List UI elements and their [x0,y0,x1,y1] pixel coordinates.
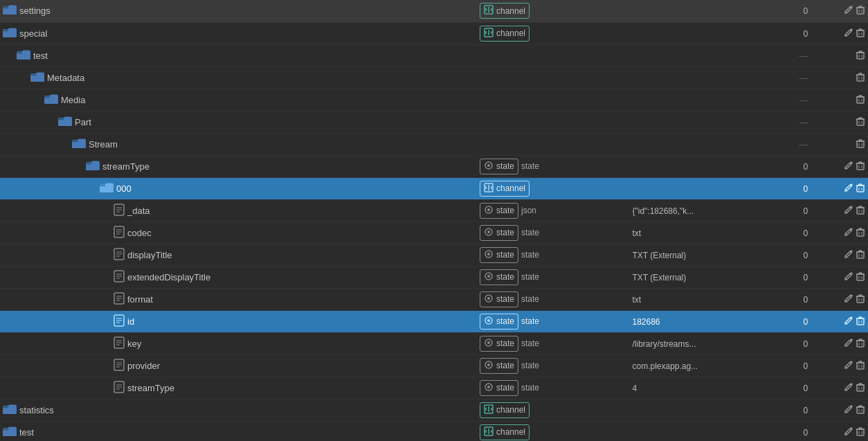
delete-button[interactable] [856,404,865,416]
actions-cell [811,0,868,22]
table-row-provider[interactable]: provider state state com.plexapp.ag... 0 [0,354,868,377]
delete-button[interactable] [856,183,865,195]
actions-cell [811,288,868,310]
item-name: id [127,316,134,327]
edit-button[interactable] [844,249,853,261]
edit-button[interactable] [844,316,853,327]
item-name: streamType [127,383,174,393]
table-row-format[interactable]: format state state txt 0 [0,288,868,310]
edit-button[interactable] [844,227,853,239]
edit-button[interactable] [844,294,853,305]
item-name: Metadata [47,73,84,83]
folder-icon [3,426,17,439]
delete-button[interactable] [856,249,865,261]
table-row-test[interactable]: test --- [0,44,868,66]
count-cell: --- [763,66,811,89]
table-row-extendedDisplayTitle[interactable]: extendedDisplayTitle state state TXT (Ex… [0,266,868,288]
count-cell: 0 [763,266,811,288]
count-value: 0 [804,273,808,282]
edit-button[interactable] [844,338,853,350]
table-row-special[interactable]: special channel 0 [0,22,868,44]
type-label: state [521,294,539,303]
edit-button[interactable] [844,426,853,438]
badge-label: state [496,383,514,393]
name-cell: extendedDisplayTitle [0,266,477,288]
table-row-part[interactable]: Part --- [0,111,868,133]
table-row-media[interactable]: Media --- [0,89,868,111]
svg-point-222 [487,386,490,388]
table-row-key[interactable]: key state state /library/streams... 0 [0,332,868,354]
state-icon [484,294,494,305]
edit-button[interactable] [844,271,853,283]
delete-button[interactable] [856,161,865,172]
delete-button[interactable] [856,94,865,106]
count-cell: --- [763,111,811,133]
svg-rect-171 [857,296,864,303]
table-row-settings[interactable]: settings channel 0 [0,0,868,22]
type-cell: state json [477,199,629,222]
edit-button[interactable] [844,183,853,195]
table-row-_data[interactable]: _data state json {"id":182686,"k... 0 [0,199,868,222]
delete-button[interactable] [856,50,865,62]
svg-rect-33 [17,51,22,53]
delete-button[interactable] [856,116,865,128]
edit-button[interactable] [844,28,853,39]
table-row-displayTitle[interactable]: displayTitle state state TXT (External) … [0,244,868,266]
delete-button[interactable] [856,72,865,84]
count-dashes: --- [799,73,808,83]
actions-cell [811,66,868,89]
delete-button[interactable] [856,316,865,327]
table-row-000[interactable]: 000 channel 0 [0,177,868,199]
delete-button[interactable] [856,271,865,283]
table-row-streamType[interactable]: streamType state state 0 [0,155,868,177]
folder-icon [44,93,58,107]
svg-rect-76 [72,141,86,148]
edit-button[interactable] [844,5,853,17]
actions-cell [811,310,868,332]
badge-label: channel [496,427,525,437]
delete-button[interactable] [856,227,865,239]
delete-button[interactable] [856,426,865,438]
name-cell: streamType [0,377,477,399]
channel-badge: channel [480,402,530,418]
table-row-stream[interactable]: Stream --- [0,133,868,155]
delete-button[interactable] [856,382,865,394]
edit-button[interactable] [844,205,853,217]
table-row-test2[interactable]: test channel 0 [0,421,868,441]
svg-rect-247 [3,429,17,436]
badge-label: state [496,361,514,370]
type-cell: channel [477,177,629,199]
edit-button[interactable] [844,404,853,416]
edit-button[interactable] [844,382,853,394]
state-badge: state [480,380,518,396]
table-row-streamType2[interactable]: streamType state state 4 0 [0,377,868,399]
delete-button[interactable] [856,205,865,217]
edit-button[interactable] [844,161,853,172]
name-cell: test [0,44,477,66]
delete-button[interactable] [856,360,865,372]
table-row-metadata[interactable]: Metadata --- [0,66,868,89]
name-cell: test [0,421,477,441]
badge-label: state [496,272,514,282]
badge-label: state [496,228,514,237]
table-row-id[interactable]: id state state 182686 0 [0,310,868,332]
svg-rect-100 [100,186,114,192]
value-cell [629,155,763,177]
table-row-statistics[interactable]: statistics channel 0 [0,399,868,421]
type-cell: state state [477,266,629,288]
count-dashes: --- [799,51,808,61]
name-cell: streamType [0,155,477,177]
delete-button[interactable] [856,294,865,305]
svg-rect-253 [857,429,864,435]
delete-button[interactable] [856,5,865,17]
svg-point-196 [487,341,490,344]
edit-button[interactable] [844,360,853,372]
svg-rect-43 [30,75,44,82]
table-row-codec[interactable]: codec state state txt 0 [0,222,868,244]
delete-button[interactable] [856,338,865,350]
file-icon [114,204,125,218]
delete-button[interactable] [856,138,865,150]
item-name: Media [61,95,85,105]
delete-button[interactable] [856,28,865,39]
name-cell: Stream [0,133,477,155]
